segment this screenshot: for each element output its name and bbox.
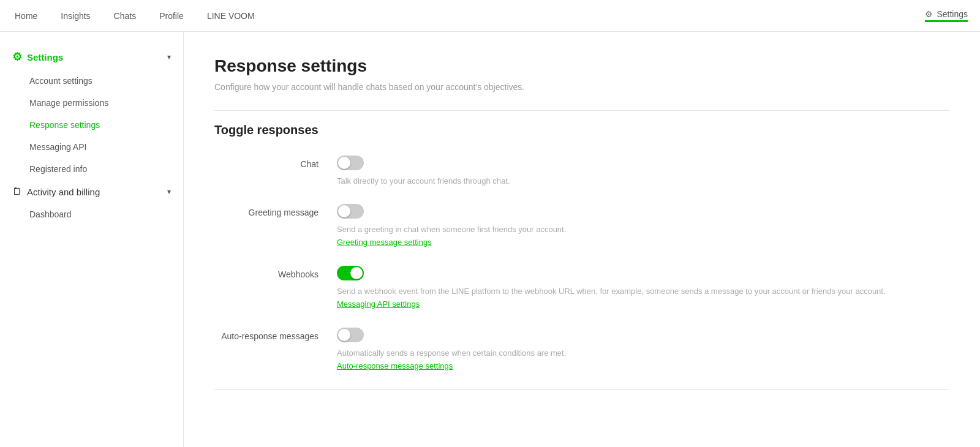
sidebar-billing-section[interactable]: 🗒 Activity and billing ▾ — [0, 180, 183, 203]
toggle-section-title: Toggle responses — [214, 123, 949, 137]
nav-insights[interactable]: Insights — [58, 11, 92, 21]
toggle-desc-greeting: Send a greeting in chat when someone fir… — [337, 225, 949, 234]
nav-home[interactable]: Home — [12, 11, 40, 21]
messaging-api-settings-link[interactable]: Messaging API settings — [337, 299, 420, 309]
toggle-content-chat: Talk directly to your account friends th… — [337, 156, 949, 186]
billing-icon: 🗒 — [12, 186, 22, 197]
toggle-thumb-autoresponse — [338, 329, 350, 341]
sidebar-settings-title: ⚙ Settings — [12, 50, 63, 64]
settings-chevron-icon: ▾ — [167, 53, 171, 61]
toggle-row-webhooks: Webhooks Send a webhook event from the L… — [214, 266, 949, 309]
toggle-thumb-greeting — [338, 205, 350, 217]
main-layout: ⚙ Settings ▾ Account settings Manage per… — [0, 32, 980, 447]
autoresponse-settings-link[interactable]: Auto-response message settings — [337, 361, 453, 370]
nav-profile[interactable]: Profile — [157, 11, 186, 21]
sidebar-item-dashboard[interactable]: Dashboard — [0, 203, 183, 225]
nav-settings-label: Settings — [937, 9, 968, 19]
billing-chevron-icon: ▾ — [167, 187, 171, 196]
sidebar-item-messaging-api[interactable]: Messaging API — [0, 136, 183, 158]
sidebar-item-manage-permissions[interactable]: Manage permissions — [0, 92, 183, 114]
nav-links: Home Insights Chats Profile LINE VOOM — [12, 11, 925, 21]
main-content: Response settings Configure how your acc… — [184, 32, 980, 447]
page-subtitle: Configure how your account will handle c… — [214, 82, 949, 92]
sidebar-billing-title: 🗒 Activity and billing — [12, 186, 100, 197]
toggle-thumb-chat — [338, 157, 350, 169]
toggle-content-webhooks: Send a webhook event from the LINE platf… — [337, 266, 949, 309]
toggle-content-greeting: Send a greeting in chat when someone fir… — [337, 204, 949, 247]
nav-linevoom[interactable]: LINE VOOM — [205, 11, 257, 21]
toggle-switch-greeting[interactable] — [337, 204, 364, 219]
settings-icon: ⚙ — [12, 50, 22, 64]
bottom-divider — [214, 389, 949, 390]
toggle-label-webhooks: Webhooks — [214, 266, 337, 279]
toggle-label-autoresponse: Auto-response messages — [214, 328, 337, 341]
toggle-switch-autoresponse[interactable] — [337, 328, 364, 342]
toggle-switch-webhooks[interactable] — [337, 266, 364, 280]
page-title: Response settings — [214, 56, 949, 76]
sidebar-item-account-settings[interactable]: Account settings — [0, 70, 183, 92]
toggle-desc-chat: Talk directly to your account friends th… — [337, 176, 949, 186]
sidebar-item-registered-info[interactable]: Registered info — [0, 158, 183, 180]
toggle-label-chat: Chat — [214, 156, 337, 169]
toggle-desc-webhooks: Send a webhook event from the LINE platf… — [337, 287, 949, 296]
sidebar-item-response-settings[interactable]: Response settings — [0, 114, 183, 136]
gear-icon: ⚙ — [925, 9, 933, 19]
toggle-row-greeting: Greeting message Send a greeting in chat… — [214, 204, 949, 247]
sidebar: ⚙ Settings ▾ Account settings Manage per… — [0, 32, 184, 447]
toggle-content-autoresponse: Automatically sends a response when cert… — [337, 328, 949, 371]
top-nav: Home Insights Chats Profile LINE VOOM ⚙ … — [0, 0, 980, 32]
toggle-desc-autoresponse: Automatically sends a response when cert… — [337, 348, 949, 358]
toggle-row-chat: Chat Talk directly to your account frien… — [214, 156, 949, 186]
toggle-row-autoresponse: Auto-response messages Automatically sen… — [214, 328, 949, 371]
sidebar-settings-section[interactable]: ⚙ Settings ▾ — [0, 44, 183, 70]
nav-settings[interactable]: ⚙ Settings — [925, 9, 968, 22]
toggle-switch-chat[interactable] — [337, 156, 364, 170]
toggle-label-greeting: Greeting message — [214, 204, 337, 217]
greeting-message-settings-link[interactable]: Greeting message settings — [337, 238, 432, 247]
title-divider — [214, 110, 949, 111]
nav-chats[interactable]: Chats — [111, 11, 139, 21]
toggle-thumb-webhooks — [350, 267, 363, 279]
